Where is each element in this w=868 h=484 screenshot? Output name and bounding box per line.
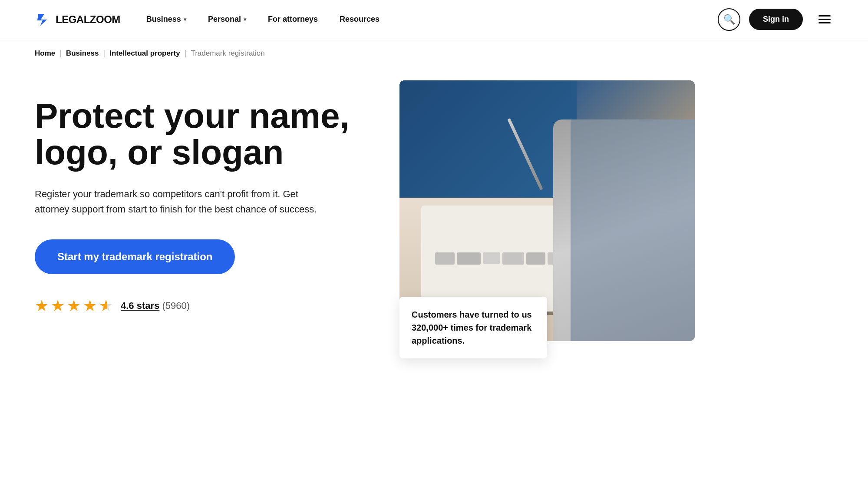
menu-line-1 xyxy=(818,15,831,17)
star-rating: ★ ★ ★ ★ ★ ★ xyxy=(35,297,113,315)
overlay-card: Customers have turned to us 320,000+ tim… xyxy=(399,297,547,358)
rating-text: 4.6 stars (5960) xyxy=(121,300,190,312)
logo-text: LEGALZOOM xyxy=(56,13,120,26)
breadcrumb-business[interactable]: Business xyxy=(66,49,99,58)
nav-resources[interactable]: Resources xyxy=(340,15,380,24)
hamburger-menu-button[interactable] xyxy=(816,13,833,26)
nav-actions: 🔍 Sign in xyxy=(718,8,833,31)
star-2: ★ xyxy=(51,297,65,315)
chevron-down-icon: ▾ xyxy=(184,17,186,23)
breadcrumb-home[interactable]: Home xyxy=(35,49,55,58)
search-icon: 🔍 xyxy=(723,14,735,25)
nav-for-attorneys[interactable]: For attorneys xyxy=(268,15,318,24)
breadcrumb-sep-2: | xyxy=(103,49,106,58)
rating-count: (5960) xyxy=(162,300,190,311)
overlay-card-text: Customers have turned to us 320,000+ tim… xyxy=(412,308,535,347)
navbar: LEGALZOOM Business ▾ Personal ▾ For atto… xyxy=(0,0,868,39)
breadcrumb-sep-1: | xyxy=(59,49,62,58)
breadcrumb-ip[interactable]: Intellectual property xyxy=(109,49,180,58)
menu-line-2 xyxy=(818,19,831,20)
star-3: ★ xyxy=(67,297,81,315)
chevron-down-icon: ▾ xyxy=(244,17,246,23)
nav-personal[interactable]: Personal ▾ xyxy=(208,15,246,24)
hero-subtitle: Register your trademark so competitors c… xyxy=(35,186,330,217)
hero-section: Protect your name, logo, or slogan Regis… xyxy=(0,67,868,437)
signin-button[interactable]: Sign in xyxy=(749,9,803,30)
nav-links: Business ▾ Personal ▾ For attorneys Reso… xyxy=(146,15,718,24)
breadcrumb-current: Trademark registration xyxy=(191,49,264,58)
breadcrumb: Home | Business | Intellectual property … xyxy=(0,39,868,67)
rating-row: ★ ★ ★ ★ ★ ★ 4.6 stars (5960) xyxy=(35,297,365,315)
hero-title: Protect your name, logo, or slogan xyxy=(35,98,365,171)
logo-link[interactable]: LEGALZOOM xyxy=(35,11,120,28)
hero-left: Protect your name, logo, or slogan Regis… xyxy=(35,80,365,315)
star-half: ★ ★ xyxy=(99,297,113,315)
star-4: ★ xyxy=(83,297,97,315)
hero-right: Customers have turned to us 320,000+ tim… xyxy=(399,80,695,341)
breadcrumb-sep-3: | xyxy=(185,49,187,58)
nav-business[interactable]: Business ▾ xyxy=(146,15,186,24)
star-1: ★ xyxy=(35,297,49,315)
legalzoom-logo-icon xyxy=(35,11,51,28)
rating-link[interactable]: 4.6 stars xyxy=(121,300,159,311)
search-button[interactable]: 🔍 xyxy=(718,8,740,31)
menu-line-3 xyxy=(818,22,831,23)
cta-button[interactable]: Start my trademark registration xyxy=(35,239,235,274)
